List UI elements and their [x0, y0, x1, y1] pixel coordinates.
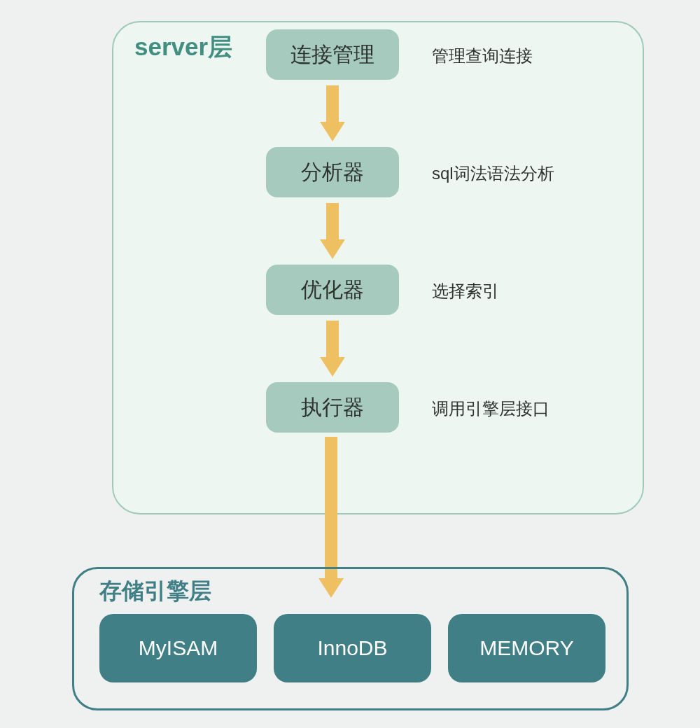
diagram-canvas: server层 连接管理 管理查询连接 分析器 sql词法语法分析 优化器 选择… — [0, 0, 700, 728]
flow-box-label: 执行器 — [301, 393, 364, 422]
engine-item-label: MEMORY — [479, 636, 573, 660]
arrow-icon — [320, 85, 345, 141]
engine-item-memory: MEMORY — [448, 614, 606, 682]
flow-box-executor: 执行器 — [266, 382, 399, 433]
engine-item-label: MyISAM — [139, 636, 218, 660]
storage-layer-container: 存储引擎层 MyISAM InnoDB MEMORY — [72, 567, 629, 710]
arrow-icon — [320, 321, 345, 377]
flow-desc-executor: 调用引擎层接口 — [432, 398, 550, 420]
engine-item-label: InnoDB — [317, 636, 387, 660]
storage-layer-title: 存储引擎层 — [99, 576, 211, 607]
arrow-icon — [320, 203, 345, 259]
engine-item-myisam: MyISAM — [99, 614, 257, 682]
flow-desc-connection: 管理查询连接 — [432, 45, 533, 67]
flow-box-optimizer: 优化器 — [266, 265, 399, 315]
server-layer-container: server层 连接管理 管理查询连接 分析器 sql词法语法分析 优化器 选择… — [112, 21, 644, 514]
engine-item-innodb: InnoDB — [274, 614, 431, 682]
flow-box-connection: 连接管理 — [266, 29, 399, 80]
flow-box-label: 连接管理 — [290, 41, 374, 69]
flow-box-label: 分析器 — [301, 158, 364, 187]
flow-box-analyzer: 分析器 — [266, 147, 399, 197]
flow-desc-analyzer: sql词法语法分析 — [432, 162, 554, 185]
server-layer-title: server层 — [134, 31, 232, 64]
flow-box-label: 优化器 — [301, 276, 364, 304]
flow-desc-optimizer: 选择索引 — [432, 280, 499, 302]
